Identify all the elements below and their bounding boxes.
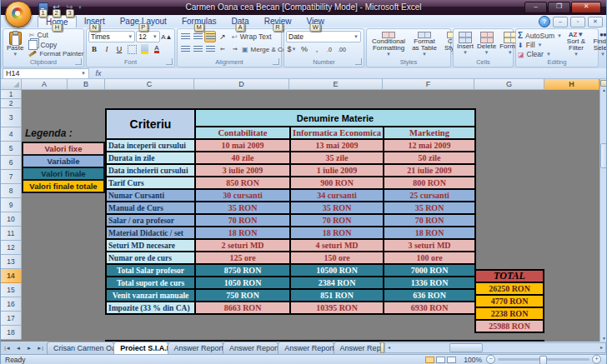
zoom-track[interactable]: [498, 358, 589, 361]
horizontal-scrollbar[interactable]: ◄ ►: [384, 342, 606, 353]
decrease-decimal-button[interactable]: .00: [336, 43, 348, 55]
row-header-9[interactable]: 9: [1, 198, 22, 212]
sheet-tab-proiect-s-i-a-d[interactable]: Proiect S.I.A.D.: [113, 342, 168, 354]
insert-cells-button[interactable]: Insert▼: [455, 31, 475, 57]
align-center-button[interactable]: [192, 43, 203, 55]
row-header-12[interactable]: 12: [1, 241, 22, 255]
sheet-canvas[interactable]: Legenda : Valori fixeVariabileValori fin…: [22, 90, 599, 342]
name-box[interactable]: H14▼: [3, 68, 89, 79]
row-header-4[interactable]: 4: [1, 127, 22, 142]
subject-header-marketing[interactable]: Marketing: [384, 127, 475, 139]
redo-button[interactable]: ↪3: [64, 2, 75, 12]
page-layout-view-button[interactable]: [436, 357, 445, 363]
value-cell[interactable]: 70 RON: [384, 214, 475, 227]
value-cell[interactable]: 35 RON: [195, 202, 290, 214]
sort-filter-button[interactable]: AZ▼ Sort & Filter▼: [564, 31, 589, 57]
find-select-button[interactable]: ●● Find & Select▼: [590, 31, 607, 57]
number-dialog-launcher-icon[interactable]: [355, 58, 362, 65]
value-cell[interactable]: 850 RON: [195, 177, 290, 189]
vertical-scroll-thumb[interactable]: [600, 143, 607, 168]
value-cell[interactable]: 10395 RON: [290, 302, 384, 314]
row-header-3[interactable]: 3: [1, 108, 22, 127]
middle-align-button[interactable]: [192, 31, 203, 42]
value-cell[interactable]: 2 seturi MD: [195, 239, 290, 252]
sheet-tab-answer-repo[interactable]: Answer Repo: [334, 342, 380, 354]
value-cell[interactable]: 10 mai 2009: [195, 139, 290, 152]
select-all-button[interactable]: [1, 79, 22, 90]
scroll-up-icon[interactable]: ▲: [602, 87, 606, 93]
row-label-cell[interactable]: Salar / ora profesor: [106, 214, 195, 227]
row-label-cell[interactable]: Numar ore de curs: [106, 252, 195, 264]
decrease-indent-button[interactable]: ⇐: [217, 43, 228, 55]
value-cell[interactable]: 13 mai 2009: [290, 139, 384, 152]
row-label-cell[interactable]: Material Didactic / set: [106, 227, 195, 239]
row-label-cell[interactable]: Seturi MD necesare: [106, 239, 195, 252]
tab-data[interactable]: DataA: [224, 15, 257, 27]
alignment-dialog-launcher-icon[interactable]: [273, 58, 279, 65]
column-header-h[interactable]: H: [544, 79, 599, 90]
value-cell[interactable]: 3 seturi MD: [384, 239, 475, 252]
save-button[interactable]: 1: [38, 2, 48, 12]
row-header-10[interactable]: 10: [1, 212, 22, 227]
value-cell[interactable]: 1 iulie 2009: [290, 164, 384, 177]
bottom-align-button[interactable]: [204, 31, 216, 42]
bold-button[interactable]: B: [88, 43, 100, 55]
comma-format-button[interactable]: ,: [311, 43, 323, 55]
italic-button[interactable]: I: [101, 43, 113, 55]
value-cell[interactable]: 2384 RON: [290, 277, 384, 289]
value-cell[interactable]: 35 RON: [290, 202, 384, 214]
sheet-tab-crisan-carmen-oana[interactable]: Crisan Carmen Oana: [47, 342, 114, 354]
column-header-e[interactable]: E: [289, 79, 383, 90]
page-break-view-button[interactable]: [447, 357, 456, 363]
tab-view[interactable]: ViewW: [298, 15, 332, 27]
value-cell[interactable]: 125 ore: [195, 252, 290, 264]
align-right-button[interactable]: [204, 43, 216, 55]
column-header-a[interactable]: A: [22, 79, 68, 90]
value-cell[interactable]: 25 cursanti: [384, 189, 475, 202]
last-sheet-icon[interactable]: ►|: [35, 342, 45, 354]
fill-color-button[interactable]: [138, 43, 150, 55]
row-header-6[interactable]: 6: [1, 156, 22, 170]
row-header-7[interactable]: 7: [1, 170, 22, 184]
total-value-cell[interactable]: 25988 RON: [474, 319, 544, 333]
increase-decimal-button[interactable]: .0: [324, 43, 335, 55]
row-label-cell[interactable]: Total suport de curs: [106, 277, 195, 289]
value-cell[interactable]: 18 RON: [195, 227, 290, 239]
tab-insert[interactable]: InsertN: [77, 15, 113, 27]
zoom-in-button[interactable]: +: [592, 355, 601, 364]
criteriu-header-cell[interactable]: Criteriu: [106, 109, 195, 139]
borders-button[interactable]: [126, 43, 138, 55]
value-cell[interactable]: 6930 RON: [384, 302, 475, 314]
currency-format-button[interactable]: $▼: [286, 43, 298, 55]
underline-button[interactable]: U: [113, 43, 125, 55]
row-label-cell[interactable]: Tarif Curs: [106, 177, 195, 189]
office-button[interactable]: [5, 1, 32, 27]
value-cell[interactable]: 8663 RON: [195, 302, 290, 314]
row-header-8[interactable]: 8: [1, 184, 22, 198]
value-cell[interactable]: 70 RON: [195, 214, 290, 227]
value-cell[interactable]: 636 RON: [384, 289, 475, 302]
normal-view-button[interactable]: [425, 357, 434, 363]
value-cell[interactable]: 851 RON: [290, 289, 384, 302]
row-label-cell[interactable]: Total Salar profesor: [106, 264, 195, 277]
row-header-14[interactable]: 14: [1, 269, 22, 283]
scroll-left-icon[interactable]: ◄: [387, 345, 391, 351]
font-size-combobox[interactable]: 12▼: [136, 31, 159, 42]
column-header-b[interactable]: B: [68, 79, 105, 90]
row-header-5[interactable]: 5: [1, 142, 22, 156]
sheet-tab-answer-report-4[interactable]: Answer Report 4: [168, 342, 223, 354]
value-cell[interactable]: 30 cursanti: [195, 189, 290, 202]
value-cell[interactable]: 4 seturi MD: [290, 239, 384, 252]
value-cell[interactable]: 8750 RON: [195, 264, 290, 277]
minimize-button[interactable]: –: [524, 2, 547, 13]
value-cell[interactable]: 12 mai 2009: [384, 139, 475, 152]
value-cell[interactable]: 50 zile: [384, 152, 475, 164]
value-cell[interactable]: 18 RON: [384, 227, 475, 239]
cut-button[interactable]: ✂Cut: [28, 31, 83, 39]
value-cell[interactable]: 70 RON: [290, 214, 384, 227]
row-label-cell[interactable]: Numar Cursanti: [106, 189, 195, 202]
row-header-17[interactable]: 17: [1, 312, 22, 326]
value-cell[interactable]: 21 iulie 2009: [384, 164, 475, 177]
value-cell[interactable]: 900 RON: [290, 177, 384, 189]
restore-button[interactable]: ❐: [548, 2, 570, 13]
